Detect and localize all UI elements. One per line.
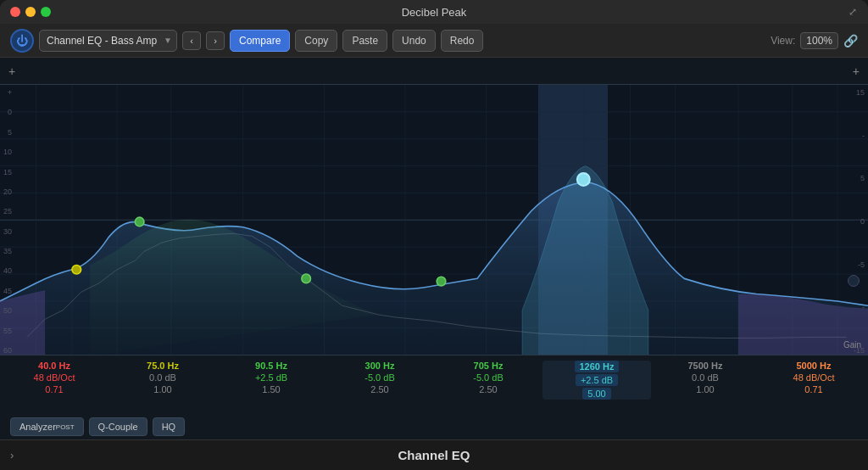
maximize-button[interactable] xyxy=(41,7,51,17)
window-title: Decibel Peak xyxy=(402,6,467,19)
bottom-buttons-area: Analyzer POST Q-Couple HQ xyxy=(10,417,185,436)
traffic-lights xyxy=(10,7,51,17)
eq-container[interactable]: + + xyxy=(0,58,868,439)
band6-q: 5.00 xyxy=(582,388,610,400)
band-col-2[interactable]: 75.0 Hz 0.0 dB 1.00 xyxy=(108,361,217,394)
band4-q: 2.50 xyxy=(370,384,388,394)
band4-gain: -5.0 dB xyxy=(364,372,394,383)
compare-button[interactable]: Compare xyxy=(230,30,290,52)
band-handles-row: + + xyxy=(0,58,868,85)
toolbar: ⏻ Channel EQ - Bass Amp ▼ ‹ › Compare Co… xyxy=(0,24,868,58)
nav-forward-button[interactable]: › xyxy=(206,31,225,50)
band5-freq: 705 Hz xyxy=(474,361,504,371)
bottom-bar: › Channel EQ xyxy=(0,439,868,470)
band-col-5[interactable]: 705 Hz -5.0 dB 2.50 xyxy=(434,361,542,394)
q-couple-button[interactable]: Q-Couple xyxy=(89,417,147,436)
band8-q: 0.71 xyxy=(804,384,822,394)
main-window: Decibel Peak ⤢ ⏻ Channel EQ - Bass Amp ▼… xyxy=(0,0,868,470)
svg-point-26 xyxy=(437,277,446,286)
preset-selector-wrapper: Channel EQ - Bass Amp ▼ xyxy=(39,30,177,52)
band7-q: 1.00 xyxy=(696,384,714,394)
link-icon[interactable]: 🔗 xyxy=(843,34,858,48)
hq-button[interactable]: HQ xyxy=(153,417,186,436)
band-info-area: 40.0 Hz 48 dB/Oct 0.71 75.0 Hz 0.0 dB 1.… xyxy=(0,355,868,439)
bottom-bar-expand-icon[interactable]: › xyxy=(10,449,14,462)
minimize-button[interactable] xyxy=(25,7,36,17)
window-resize-button[interactable]: ⤢ xyxy=(846,5,860,19)
band4-freq: 300 Hz xyxy=(365,361,395,371)
eq-curve-display[interactable] xyxy=(0,85,868,355)
copy-button[interactable]: Copy xyxy=(295,30,337,52)
band3-q: 1.50 xyxy=(262,384,280,394)
band2-q: 1.00 xyxy=(153,384,171,394)
paste-button[interactable]: Paste xyxy=(342,30,387,52)
band8-gain: 48 dB/Oct xyxy=(793,372,835,383)
band-col-4[interactable]: 300 Hz -5.0 dB 2.50 xyxy=(326,361,434,394)
svg-point-27 xyxy=(577,173,590,186)
redo-button[interactable]: Redo xyxy=(441,30,484,52)
band-col-1[interactable]: 40.0 Hz 48 dB/Oct 0.71 xyxy=(0,361,108,394)
gain-label: Gain xyxy=(843,340,861,350)
band-col-7[interactable]: 7500 Hz 0.0 dB 1.00 xyxy=(651,361,760,394)
bottom-bar-title: Channel EQ xyxy=(398,448,470,462)
band-col-3[interactable]: 90.5 Hz +2.5 dB 1.50 xyxy=(217,361,326,394)
view-value[interactable]: 100% xyxy=(800,32,838,49)
title-bar: Decibel Peak ⤢ xyxy=(0,0,868,24)
band3-gain: +2.5 dB xyxy=(255,372,287,383)
power-button[interactable]: ⏻ xyxy=(10,29,34,53)
band2-gain: 0.0 dB xyxy=(149,372,176,383)
band5-q: 2.50 xyxy=(479,384,497,394)
svg-point-28 xyxy=(72,265,81,274)
band5-gain: -5.0 dB xyxy=(473,372,503,383)
band1-freq: 40.0 Hz xyxy=(38,361,70,371)
band3-freq: 90.5 Hz xyxy=(255,361,287,371)
band8-freq: 5000 Hz xyxy=(797,361,832,371)
band1-gain: 48 dB/Oct xyxy=(34,372,75,383)
close-button[interactable] xyxy=(10,7,20,17)
add-band-right-icon[interactable]: + xyxy=(853,64,860,78)
svg-point-24 xyxy=(135,217,144,227)
band-col-8[interactable]: 5000 Hz 48 dB/Oct 0.71 xyxy=(760,361,868,394)
view-label: View: xyxy=(771,35,795,47)
preset-select[interactable]: Channel EQ - Bass Amp xyxy=(39,30,177,52)
band1-q: 0.71 xyxy=(45,384,63,394)
svg-point-25 xyxy=(302,274,311,283)
add-band-left-icon[interactable]: + xyxy=(8,64,15,78)
band6-freq: 1260 Hz xyxy=(575,361,620,372)
band7-freq: 7500 Hz xyxy=(688,361,723,371)
band2-freq: 75.0 Hz xyxy=(147,361,179,371)
band7-gain: 0.0 dB xyxy=(692,372,719,383)
undo-button[interactable]: Undo xyxy=(392,30,436,52)
nav-back-button[interactable]: ‹ xyxy=(182,31,201,50)
band6-gain: +2.5 dB xyxy=(576,374,618,386)
band-col-6[interactable]: 1260 Hz +2.5 dB 5.00 xyxy=(542,361,651,400)
analyzer-post-button[interactable]: Analyzer POST xyxy=(10,417,84,436)
